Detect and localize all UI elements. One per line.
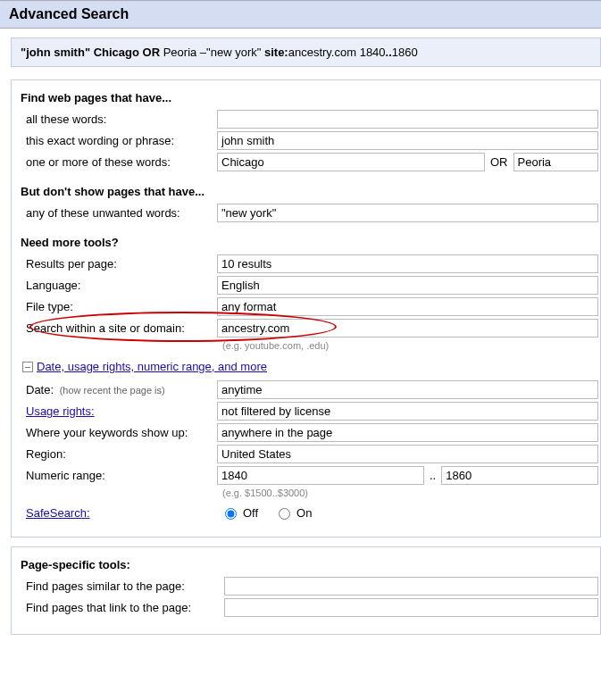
keywords-location-label: Where your keywords show up: (21, 426, 217, 439)
any-words-input-1[interactable] (217, 153, 485, 171)
unwanted-words-label: any of these unwanted words: (21, 206, 217, 220)
query-site-value: ancestry.com (288, 46, 356, 59)
domain-label: Search within a site or domain: (21, 321, 217, 335)
results-per-page-label: Results per page: (21, 257, 217, 271)
date-select[interactable] (217, 380, 598, 399)
all-words-label: all these words: (21, 112, 217, 126)
query-dots: .. (386, 46, 392, 59)
usage-rights-link[interactable]: Usage rights: (26, 404, 95, 418)
linking-pages-input[interactable] (224, 598, 598, 617)
page-tools-heading: Page-specific tools: (21, 558, 598, 571)
date-label: Date: (how recent the page is) (21, 383, 217, 396)
numeric-range-from-input[interactable] (217, 466, 424, 485)
usage-rights-select[interactable] (217, 402, 598, 421)
page-title: Advanced Search (0, 0, 601, 29)
similar-pages-input[interactable] (224, 577, 598, 596)
numeric-range-label: Numeric range: (21, 469, 217, 482)
more-options-toggle[interactable]: Date, usage rights, numeric range, and m… (37, 360, 267, 373)
query-q2: Peoria –"new york" (160, 46, 264, 59)
region-label: Region: (21, 447, 217, 461)
unwanted-words-input[interactable] (217, 204, 598, 222)
safesearch-off-label: Off (243, 506, 258, 520)
collapse-icon[interactable]: – (22, 362, 33, 372)
all-words-input[interactable] (217, 110, 598, 129)
query-q1: "john smith" Chicago (21, 46, 143, 59)
linking-pages-label: Find pages that link to the page: (21, 601, 224, 614)
query-site-label: site: (264, 46, 288, 59)
domain-hint: (e.g. youtube.com, .edu) (222, 340, 598, 351)
safesearch-off-radio[interactable] (225, 508, 237, 520)
results-per-page-select[interactable] (217, 254, 598, 273)
exact-phrase-label: this exact wording or phrase: (21, 134, 217, 147)
find-heading: Find web pages that have... (21, 91, 598, 104)
any-words-label: one or more of these words: (21, 155, 217, 169)
filetype-label: File type: (21, 300, 217, 313)
range-hint: (e.g. $1500..$3000) (222, 488, 598, 498)
region-select[interactable] (217, 445, 598, 463)
safesearch-on-label: On (296, 506, 312, 520)
any-words-input-2[interactable] (513, 153, 599, 171)
similar-pages-label: Find pages similar to the page: (21, 579, 224, 593)
query-q3: 1840 (356, 46, 386, 59)
query-q4: 1860 (392, 46, 418, 59)
language-label: Language: (21, 279, 217, 292)
safesearch-link[interactable]: SafeSearch: (26, 506, 90, 520)
language-select[interactable] (217, 276, 598, 295)
filetype-select[interactable] (217, 297, 598, 316)
keywords-location-select[interactable] (217, 423, 598, 442)
safesearch-on-radio[interactable] (279, 508, 290, 520)
tools-heading: Need more tools? (21, 236, 598, 249)
exclude-heading: But don't show pages that have... (21, 185, 598, 198)
domain-input[interactable] (217, 319, 598, 338)
date-desc: (how recent the page is) (60, 385, 165, 396)
numeric-range-to-input[interactable] (441, 466, 598, 485)
exact-phrase-input[interactable] (217, 131, 598, 150)
criteria-box: Find web pages that have... all these wo… (11, 79, 601, 538)
range-separator: .. (430, 469, 436, 482)
or-separator: OR (490, 155, 508, 169)
query-preview: "john smith" Chicago OR Peoria –"new yor… (11, 38, 601, 67)
page-tools-box: Page-specific tools: Find pages similar … (11, 546, 601, 635)
query-or: OR (143, 46, 161, 59)
